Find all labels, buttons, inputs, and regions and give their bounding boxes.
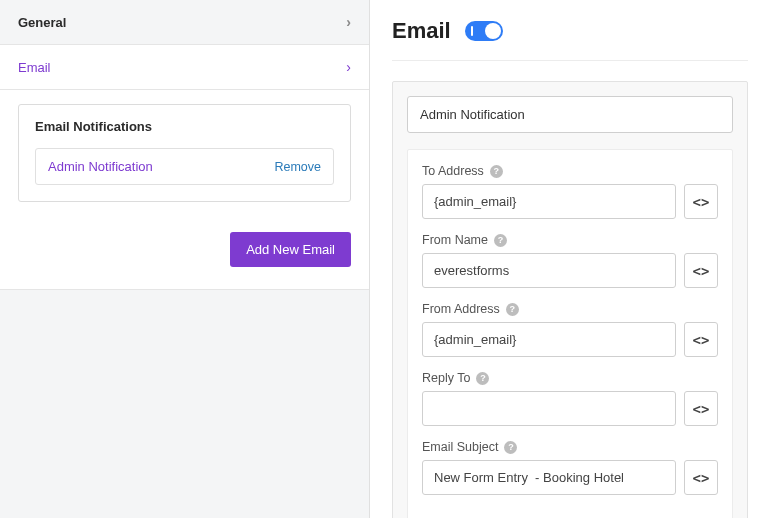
smart-tag-button[interactable]: <> (684, 460, 718, 495)
field-from-name: From Name ? <> (422, 233, 718, 288)
settings-sidebar: General › Email › Email Notifications Ad… (0, 0, 370, 518)
from-address-label-text: From Address (422, 302, 500, 316)
field-email-subject: Email Subject ? <> (422, 440, 718, 495)
add-new-email-button[interactable]: Add New Email (230, 232, 351, 267)
main-header: Email (392, 18, 748, 61)
from-address-label: From Address ? (422, 302, 718, 316)
sidebar-email-label: Email (18, 60, 51, 75)
email-subject-label: Email Subject ? (422, 440, 718, 454)
help-icon[interactable]: ? (494, 234, 507, 247)
email-subject-label-text: Email Subject (422, 440, 498, 454)
email-notifications-panel: Email Notifications Admin Notification R… (0, 90, 369, 216)
email-form-card: To Address ? <> From Name ? < (392, 81, 748, 518)
help-icon[interactable]: ? (476, 372, 489, 385)
email-enable-toggle[interactable] (465, 21, 503, 41)
field-from-address: From Address ? <> (422, 302, 718, 357)
to-address-input[interactable] (422, 184, 676, 219)
email-fields-card: To Address ? <> From Name ? < (407, 149, 733, 518)
to-address-label-text: To Address (422, 164, 484, 178)
chevron-right-icon: › (346, 14, 351, 30)
from-name-label-text: From Name (422, 233, 488, 247)
to-address-label: To Address ? (422, 164, 718, 178)
add-email-wrap: Add New Email (0, 216, 369, 289)
email-settings-main: Email To Address ? <> (370, 0, 770, 518)
notifications-title: Email Notifications (35, 119, 334, 134)
smart-tag-button[interactable]: <> (684, 391, 718, 426)
field-reply-to: Reply To ? <> (422, 371, 718, 426)
chevron-right-icon: › (346, 59, 351, 75)
help-icon[interactable]: ? (504, 441, 517, 454)
notification-name-link[interactable]: Admin Notification (48, 159, 153, 174)
page-title: Email (392, 18, 451, 44)
smart-tag-button[interactable]: <> (684, 184, 718, 219)
sidebar-empty-area (0, 289, 369, 518)
sidebar-general-label: General (18, 15, 66, 30)
remove-notification-link[interactable]: Remove (274, 160, 321, 174)
smart-tag-button[interactable]: <> (684, 322, 718, 357)
sidebar-item-general[interactable]: General › (0, 0, 369, 45)
notifications-box: Email Notifications Admin Notification R… (18, 104, 351, 202)
help-icon[interactable]: ? (490, 165, 503, 178)
from-name-label: From Name ? (422, 233, 718, 247)
smart-tag-button[interactable]: <> (684, 253, 718, 288)
from-address-input[interactable] (422, 322, 676, 357)
sidebar-item-email[interactable]: Email › (0, 45, 369, 90)
field-to-address: To Address ? <> (422, 164, 718, 219)
reply-to-input[interactable] (422, 391, 676, 426)
reply-to-label: Reply To ? (422, 371, 718, 385)
reply-to-label-text: Reply To (422, 371, 470, 385)
toggle-knob-icon (485, 23, 501, 39)
from-name-input[interactable] (422, 253, 676, 288)
help-icon[interactable]: ? (506, 303, 519, 316)
notification-row: Admin Notification Remove (35, 148, 334, 185)
email-subject-input[interactable] (422, 460, 676, 495)
notification-name-input[interactable] (407, 96, 733, 133)
